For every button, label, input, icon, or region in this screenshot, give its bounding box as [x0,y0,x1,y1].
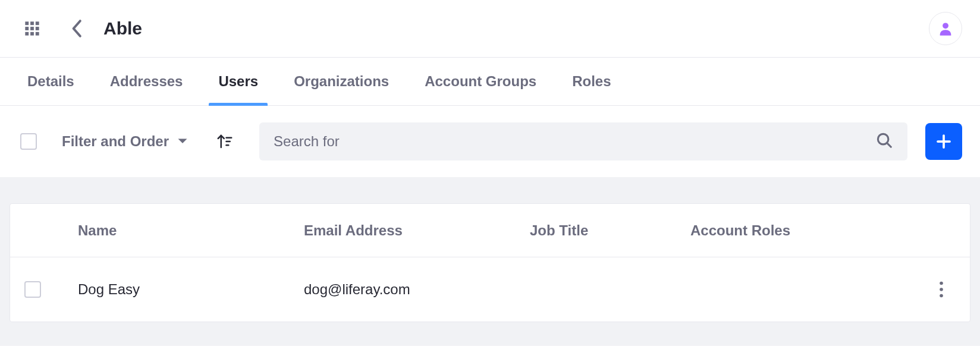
page-header: Able [0,0,980,58]
page-title: Able [103,18,142,39]
sort-icon [216,133,234,150]
user-avatar[interactable] [929,12,962,45]
svg-line-14 [887,143,891,147]
svg-rect-7 [30,32,34,36]
svg-rect-1 [30,21,34,25]
tab-roles[interactable]: Roles [572,58,611,105]
caret-down-icon [177,138,188,145]
table-row[interactable]: Dog Easy dog@liferay.com [10,257,970,322]
cell-name: Dog Easy [78,281,304,298]
tab-details[interactable]: Details [27,58,74,105]
search-input[interactable] [274,133,875,150]
filter-order-label: Filter and Order [62,133,169,150]
svg-rect-3 [25,27,29,30]
toolbar: Filter and Order [0,106,980,177]
svg-rect-5 [36,27,39,30]
table-header: Name Email Address Job Title Account Rol… [10,204,970,257]
svg-point-19 [940,294,943,298]
apps-grid-icon[interactable] [24,20,40,37]
column-email: Email Address [304,222,530,239]
svg-rect-4 [30,27,34,30]
plus-icon [935,133,953,150]
back-chevron-icon[interactable] [68,19,87,38]
column-job-title: Job Title [530,222,690,239]
users-table: Name Email Address Job Title Account Rol… [10,203,970,322]
column-name: Name [78,222,304,239]
select-all-checkbox[interactable] [20,133,37,150]
user-icon [937,20,954,37]
cell-email: dog@liferay.com [304,281,530,298]
content-area: Name Email Address Job Title Account Rol… [0,177,980,346]
kebab-icon [939,281,944,298]
svg-rect-6 [25,32,29,36]
tabs-nav: Details Addresses Users Organizations Ac… [0,58,980,106]
tab-addresses[interactable]: Addresses [110,58,183,105]
add-button[interactable] [925,123,962,160]
filter-order-dropdown[interactable]: Filter and Order [62,133,188,150]
svg-point-17 [940,282,943,285]
tab-users[interactable]: Users [218,58,258,105]
row-checkbox[interactable] [24,281,41,298]
tab-account-groups[interactable]: Account Groups [425,58,536,105]
svg-point-18 [940,288,943,291]
search-icon[interactable] [875,131,893,152]
column-account-roles: Account Roles [690,222,916,239]
row-actions-button[interactable] [927,275,956,304]
svg-rect-0 [25,21,29,25]
svg-rect-8 [36,32,39,36]
sort-button[interactable] [213,130,237,153]
search-field [259,122,907,160]
svg-point-9 [943,23,948,29]
tab-organizations[interactable]: Organizations [294,58,389,105]
svg-rect-2 [36,21,39,25]
